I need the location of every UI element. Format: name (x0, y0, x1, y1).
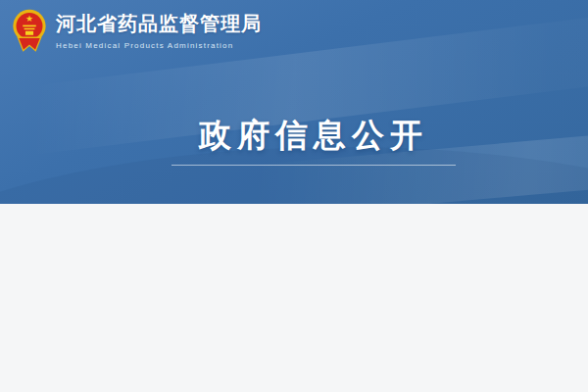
site-title-block: 河北省药品监督管理局 Hebei Medical Products Admini… (56, 11, 262, 50)
svg-text:★: ★ (25, 14, 33, 24)
content-area: 当前位置： 首页 > 政府信息公开 > 法定主动公开内容 > 政策解读 索引号 … (0, 204, 588, 392)
page-title: 政府信息公开 (0, 114, 588, 158)
national-emblem-icon: ★ (12, 8, 47, 53)
site-title: 河北省药品监督管理局 (56, 11, 262, 37)
site-title-english: Hebei Medical Products Administration (56, 41, 262, 50)
page: ★ 河北省药品监督管理局 Hebei Medical Products Admi… (0, 0, 588, 392)
banner-divider (172, 165, 456, 166)
site-logo-home-link[interactable]: ★ 河北省药品监督管理局 Hebei Medical Products Admi… (12, 8, 262, 53)
header-banner: ★ 河北省药品监督管理局 Hebei Medical Products Admi… (0, 0, 588, 204)
